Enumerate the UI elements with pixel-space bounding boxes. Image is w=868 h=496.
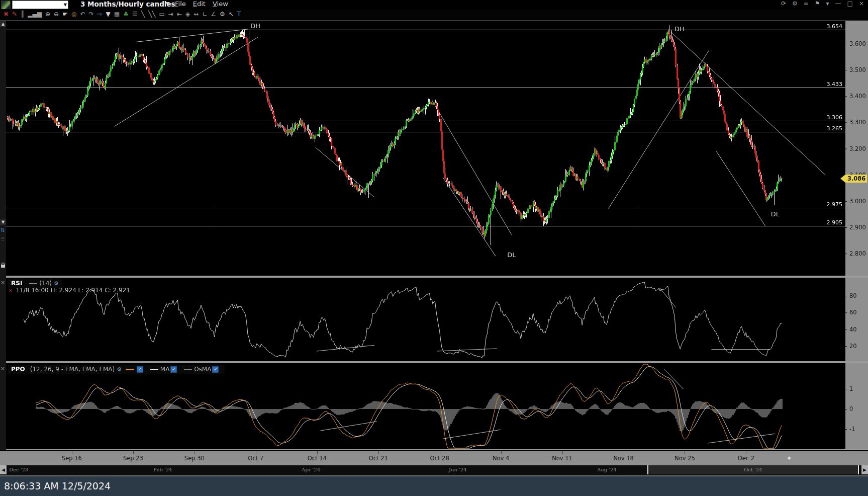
draw-pencil-icon[interactable]: ✎ xyxy=(12,9,17,19)
timeline-scrollbar[interactable]: Dec '23Feb '24Apr '24Jun '24Aug '24Oct '… xyxy=(0,465,868,476)
stretch-icon[interactable]: ↔ xyxy=(194,9,199,19)
date-tick xyxy=(256,451,256,454)
date-label: Nov 4 xyxy=(493,455,509,462)
fit-vertical-icon[interactable]: ⇅ xyxy=(1,227,5,233)
date-tick xyxy=(378,451,379,454)
left-scroll-strip: ▲ ▼ ⇅ ☰ × × xyxy=(0,21,6,450)
step-forward-icon[interactable]: ⇨ xyxy=(98,9,103,19)
date-label: Nov 11 xyxy=(552,455,572,462)
titlebar-controls: ⟳⚙∞⚑▾—□× xyxy=(776,0,865,7)
title-bar: ▼ 3 Months/Hourly candles ▼ FileEditView… xyxy=(0,0,868,9)
date-tick xyxy=(501,451,502,454)
date-label: Oct 14 xyxy=(308,455,327,462)
wrench-icon[interactable]: ⚙ xyxy=(220,9,225,19)
close-icon[interactable]: × xyxy=(859,0,865,7)
minimize-icon[interactable]: — xyxy=(835,0,842,7)
status-close-icon[interactable]: × xyxy=(9,288,13,293)
date-label: Oct 7 xyxy=(248,455,263,462)
timeline-label: Oct '24 xyxy=(744,467,762,472)
multi-trendline-tool-icon[interactable]: ╲╲ xyxy=(148,9,155,19)
menu-view[interactable]: View xyxy=(213,0,228,8)
refresh-icon[interactable]: ⟳ xyxy=(781,0,787,7)
mini-bars-icon[interactable]: ☰ xyxy=(1,236,5,241)
status-bar: 8:06:33 AM 12/5/2024 xyxy=(0,476,868,496)
date-label: Oct 21 xyxy=(369,455,388,462)
date-label: Sep 30 xyxy=(184,455,205,462)
date-tick xyxy=(562,451,563,454)
date-tick xyxy=(440,451,440,454)
current-time-diamond-icon: ◆ xyxy=(788,455,791,460)
pan-hand-icon[interactable]: ☛ xyxy=(62,9,68,19)
ppo-close-icon[interactable]: × xyxy=(1,365,5,372)
remove-drawing-icon[interactable]: ✖ xyxy=(4,9,9,19)
angle-tool-2-icon[interactable]: ∠ xyxy=(211,9,216,19)
volume-bars-icon[interactable]: ▂▄▆ xyxy=(28,9,42,19)
ppo-checkbox[interactable]: ✓ xyxy=(137,366,143,373)
indicator-list-icon[interactable]: ☰ xyxy=(132,9,138,19)
rsi-header: RSI(14)⚙ xyxy=(8,279,62,288)
rsi-settings-icon[interactable]: ⚙ xyxy=(54,280,59,287)
date-label: Sep 23 xyxy=(123,455,143,462)
ppo-params: (12, 26, 9 - EMA, EMA, EMA) xyxy=(30,366,115,373)
angle-tool-icon[interactable]: ∟ xyxy=(202,9,207,19)
date-label: Dec 2 xyxy=(738,455,754,462)
ppo-osma-checkbox[interactable]: ✓ xyxy=(212,366,219,373)
trendline-tool-icon[interactable]: ╲ xyxy=(141,9,145,19)
undo-icon[interactable]: ↶ xyxy=(80,9,85,19)
ppo-osma-line-sample xyxy=(184,369,192,370)
redo-icon[interactable]: ↷ xyxy=(88,9,93,19)
extend-right-icon[interactable]: ⇥ xyxy=(168,9,173,19)
date-tick xyxy=(133,451,134,454)
ppo-settings-icon[interactable]: ⚙ xyxy=(117,366,122,373)
rectangle-tool-icon[interactable]: ▭ xyxy=(159,9,164,19)
timeline-left-arrow-icon[interactable]: ◀ xyxy=(0,465,7,474)
menu-file[interactable]: File xyxy=(175,0,186,8)
symbol-dropdown-icon[interactable]: ▼ xyxy=(64,3,67,7)
text-tool-icon[interactable]: T xyxy=(237,9,241,19)
scroll-up-icon[interactable]: ▲ xyxy=(0,21,6,27)
settings-gear-icon[interactable]: ⚙ xyxy=(792,0,799,7)
zoom-in-icon[interactable]: ⊕ xyxy=(45,9,50,19)
scroll-down-icon[interactable]: ▼ xyxy=(0,219,6,225)
date-tick xyxy=(624,451,624,454)
crosshair-target-icon[interactable]: ◎ xyxy=(71,9,76,19)
symbol-input[interactable]: ▼ xyxy=(12,1,68,9)
link-icon[interactable]: ∞ xyxy=(804,0,810,7)
menu-edit[interactable]: Edit xyxy=(193,0,206,8)
mirror-icon[interactable]: ◈ xyxy=(185,9,190,19)
clock-text: 8:06:33 AM 12/5/2024 xyxy=(4,480,868,491)
maximize-icon[interactable]: □ xyxy=(847,0,854,7)
pin-icon[interactable]: ⚑ xyxy=(815,0,821,7)
chart-canvas[interactable] xyxy=(6,21,868,450)
date-label: Nov 18 xyxy=(613,455,634,462)
rsi-close-icon[interactable]: × xyxy=(1,279,5,286)
timeframe-dropdown[interactable]: 3 Months/Hourly candles xyxy=(80,0,175,8)
date-tick xyxy=(317,451,318,454)
timeframe-caret-icon[interactable]: ▼ xyxy=(166,1,169,6)
ppo-ma-checkbox[interactable]: ✓ xyxy=(170,366,177,373)
drawing-toolbar: ✖✎║▂▄▆⊕⊖☛◎↶↷⇨▼▦♣☰╲╲╲▭⇥⇤◈↔∟∠⚙↖T xyxy=(0,9,868,21)
pin-dropdown-icon[interactable]: ▾ xyxy=(826,0,830,7)
timeline-label: Jun '24 xyxy=(449,467,467,472)
chart-grid-icon[interactable]: ▦ xyxy=(114,9,120,19)
ppo-osma-label: OsMA xyxy=(194,366,211,373)
timeline-right-arrow-icon[interactable]: ▶ xyxy=(861,465,868,474)
dropdown-triangle-icon[interactable]: ▼ xyxy=(106,9,111,19)
timeline-label: Aug '24 xyxy=(597,467,617,472)
ppo-ma-line-sample xyxy=(150,369,158,370)
timeline-label: Apr '24 xyxy=(302,467,320,472)
rsi-line-sample xyxy=(29,283,37,284)
timeline-label: Dec '23 xyxy=(9,467,28,472)
extend-left-icon[interactable]: ⇤ xyxy=(177,9,182,19)
date-label: Sep 16 xyxy=(62,455,82,462)
rsi-params: (14) xyxy=(39,280,52,287)
lock-icon[interactable] xyxy=(1,265,5,268)
pointer-tool-icon[interactable]: ↖ xyxy=(229,9,234,19)
paint-marker-icon[interactable]: ♣ xyxy=(123,9,129,19)
menu-bar: FileEditView xyxy=(175,0,235,8)
date-axis: Sep 16Sep 23Sep 30Oct 7Oct 14Oct 21Oct 2… xyxy=(0,450,868,466)
zoom-out-icon[interactable]: ⊖ xyxy=(54,9,59,19)
candlestick-style-icon[interactable]: ║ xyxy=(21,9,24,19)
app-logo-icon xyxy=(1,1,11,10)
date-label: Nov 25 xyxy=(674,455,695,462)
